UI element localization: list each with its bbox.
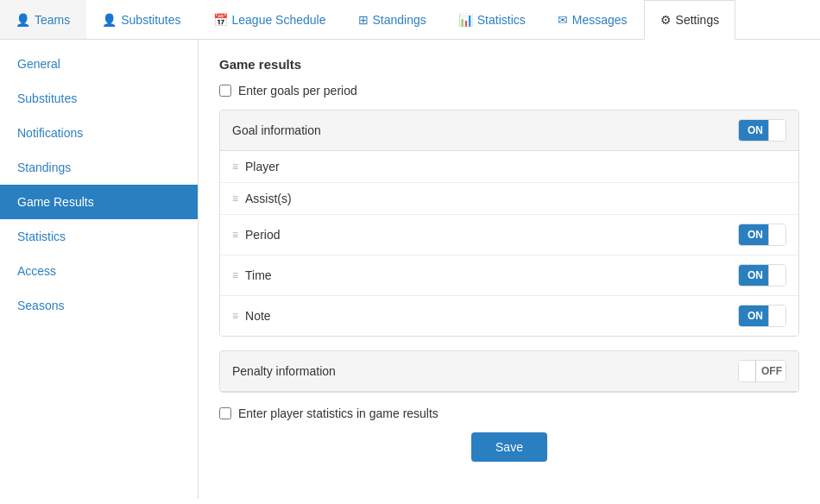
nav-statistics[interactable]: 📊 Statistics: [443, 0, 542, 39]
period-toggle-on-label: ON: [739, 224, 768, 245]
sidebar-item-general[interactable]: General: [0, 47, 198, 81]
penalty-information-label: Penalty information: [232, 364, 336, 378]
time-toggle-on-label: ON: [739, 265, 768, 286]
player-label: Player: [245, 160, 280, 173]
player-stats-row[interactable]: Enter player statistics in game results: [219, 406, 799, 420]
goals-per-period-label: Enter goals per period: [238, 84, 357, 98]
sidebar-item-notifications[interactable]: Notifications: [0, 116, 198, 150]
penalty-information-header: Penalty information OFF: [220, 351, 798, 392]
nav-settings-label: Settings: [676, 13, 720, 27]
nav-substitutes-label: Substitutes: [121, 13, 180, 27]
main-content: Game results Enter goals per period Goal…: [199, 40, 820, 499]
sidebar-item-seasons[interactable]: Seasons: [0, 288, 198, 323]
sidebar-item-statistics[interactable]: Statistics: [0, 219, 198, 254]
period-toggle-track: ON: [738, 224, 786, 246]
sidebar-item-standings[interactable]: Standings: [0, 150, 198, 185]
goal-toggle-on-label: ON: [739, 120, 768, 141]
nav-statistics-label: Statistics: [477, 13, 526, 27]
assists-label: Assist(s): [245, 192, 292, 205]
note-drag-icon: ≡: [232, 311, 238, 321]
goals-per-period-row[interactable]: Enter goals per period: [219, 84, 799, 98]
nav-league-schedule[interactable]: 📅 League Schedule: [198, 0, 343, 39]
time-toggle[interactable]: ON: [738, 264, 786, 287]
save-button[interactable]: Save: [471, 432, 547, 462]
goal-toggle-track: ON: [738, 119, 786, 142]
goal-toggle-thumb: [768, 120, 785, 141]
nav-standings[interactable]: ⊞ Standings: [343, 0, 443, 39]
nav-substitutes[interactable]: 👤 Substitutes: [86, 0, 197, 39]
nav-teams-label: Teams: [35, 13, 70, 27]
sidebar-item-game-results[interactable]: Game Results: [0, 185, 198, 219]
note-toggle-track: ON: [738, 305, 786, 327]
sidebar-item-access[interactable]: Access: [0, 254, 198, 288]
player-stats-checkbox[interactable]: [219, 407, 231, 419]
penalty-information-card: Penalty information OFF: [219, 350, 799, 393]
penalty-toggle-track: OFF: [738, 360, 786, 382]
goal-information-header: Goal information ON: [220, 110, 798, 151]
penalty-toggle-off-label: OFF: [756, 361, 785, 381]
penalty-toggle[interactable]: OFF: [738, 360, 786, 382]
player-drag-icon: ≡: [232, 161, 238, 172]
period-toggle[interactable]: ON: [738, 224, 786, 246]
statistics-icon: 📊: [458, 13, 473, 27]
sidebar-item-substitutes[interactable]: Substitutes: [0, 81, 198, 116]
sidebar: General Substitutes Notifications Standi…: [0, 40, 199, 499]
goals-per-period-checkbox[interactable]: [219, 85, 231, 97]
period-toggle-thumb: [768, 224, 785, 245]
period-label: Period: [245, 228, 280, 242]
league-schedule-icon: 📅: [213, 13, 228, 27]
messages-icon: ✉: [558, 13, 568, 27]
standings-icon: ⊞: [358, 13, 369, 27]
goal-information-toggle[interactable]: ON: [738, 119, 786, 142]
nav-messages[interactable]: ✉ Messages: [542, 0, 644, 39]
time-row: ≡ Time ON: [220, 255, 798, 296]
time-drag-icon: ≡: [232, 270, 238, 280]
note-toggle[interactable]: ON: [738, 305, 786, 327]
player-row: ≡ Player: [220, 151, 798, 183]
nav-league-schedule-label: League Schedule: [232, 13, 326, 27]
page-title: Game results: [219, 57, 799, 72]
time-toggle-track: ON: [738, 264, 786, 287]
nav-messages-label: Messages: [572, 13, 628, 27]
substitutes-icon: 👤: [102, 13, 117, 27]
time-label: Time: [245, 268, 272, 282]
period-drag-icon: ≡: [232, 230, 238, 240]
teams-icon: 👤: [16, 13, 30, 27]
assists-row: ≡ Assist(s): [220, 183, 798, 215]
time-toggle-thumb: [768, 265, 785, 286]
note-row: ≡ Note ON: [220, 296, 798, 336]
assists-drag-icon: ≡: [232, 193, 238, 204]
nav-standings-label: Standings: [373, 13, 426, 27]
page-layout: General Substitutes Notifications Standi…: [0, 40, 820, 499]
note-label: Note: [245, 309, 271, 323]
goal-information-card: Goal information ON ≡ Player ≡ Assist(: [219, 110, 799, 337]
settings-icon: ⚙: [660, 13, 672, 27]
note-toggle-on-label: ON: [739, 306, 768, 326]
period-row: ≡ Period ON: [220, 215, 798, 255]
goal-information-label: Goal information: [232, 123, 321, 137]
top-navigation: 👤 Teams 👤 Substitutes 📅 League Schedule …: [0, 0, 820, 40]
save-row: Save: [219, 432, 799, 462]
nav-settings[interactable]: ⚙ Settings: [644, 0, 736, 40]
note-toggle-thumb: [768, 306, 785, 326]
nav-teams[interactable]: 👤 Teams: [0, 0, 86, 39]
player-stats-label: Enter player statistics in game results: [238, 406, 438, 420]
penalty-toggle-thumb: [739, 361, 756, 381]
